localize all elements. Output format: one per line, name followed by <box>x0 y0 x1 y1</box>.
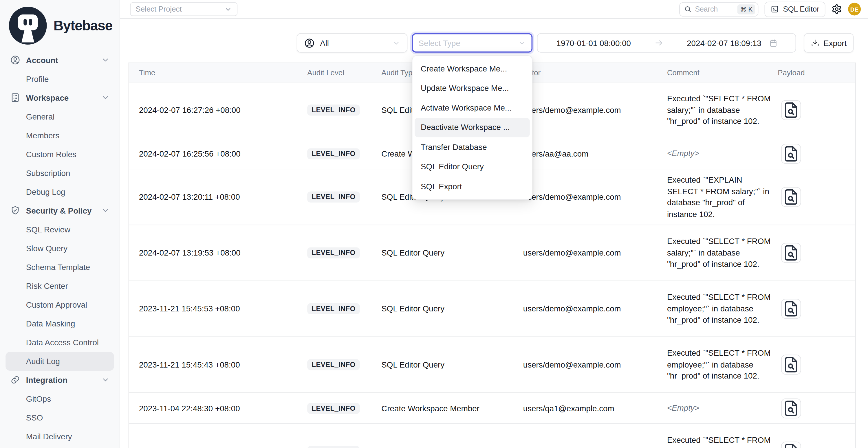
date-to-value[interactable]: 2024-02-07 18:09:13 <box>687 38 761 47</box>
date-range-picker[interactable]: 1970-01-01 08:00:00 2024-02-07 18:09:13 <box>537 33 796 53</box>
table-row: 2023-11-21 15:45:53 +08:00 LEVEL_INFO SQ… <box>129 281 855 337</box>
cell-comment: Executed `"SELECT * FROM department;"` i… <box>667 435 778 448</box>
main-area: Select Project Search ⌘ K SQL Editor DE <box>120 0 868 448</box>
dropdown-option-create-workspace-me[interactable]: Create Workspace Me... <box>414 59 530 78</box>
file-search-icon <box>782 244 801 262</box>
sidebar-item-profile[interactable]: Profile <box>5 69 114 88</box>
link-icon <box>10 375 20 385</box>
cell-audit-type: Create Workspace Member <box>381 404 523 413</box>
cell-actor: users/qa1@example.com <box>523 404 667 413</box>
sidebar-section-label: Workspace <box>26 93 96 102</box>
settings-gear-icon[interactable] <box>832 4 842 14</box>
sidebar-item-slow-query[interactable]: Slow Query <box>5 239 114 258</box>
dropdown-option-sql-editor-query[interactable]: SQL Editor Query <box>414 157 530 177</box>
sidebar-item-schema-template[interactable]: Schema Template <box>5 258 114 277</box>
search-input[interactable]: Search ⌘ K <box>680 2 758 17</box>
sidebar-section-archived[interactable]: Archived <box>5 446 114 448</box>
project-select[interactable]: Select Project <box>130 2 238 16</box>
cell-actor: users/demo@example.com <box>523 106 667 115</box>
cell-audit-level: LEVEL_INFO <box>307 359 381 370</box>
chevron-down-icon <box>518 39 526 47</box>
chevron-down-icon <box>393 39 400 47</box>
cell-time: 2024-02-07 13:20:11 +08:00 <box>139 192 307 201</box>
payload-view-button[interactable] <box>781 442 801 448</box>
user-avatar[interactable]: DE <box>848 3 861 15</box>
cell-payload <box>778 299 855 319</box>
sql-editor-label: SQL Editor <box>783 5 819 13</box>
dropdown-option-activate-workspace-me[interactable]: Activate Workspace Me... <box>414 98 530 118</box>
cell-audit-type: SQL Editor Query <box>381 248 523 257</box>
date-from-value[interactable]: 1970-01-01 08:00:00 <box>556 38 631 47</box>
export-label: Export <box>824 38 846 47</box>
column-header-comment: Comment <box>667 68 778 77</box>
brand-name: Bytebase <box>54 18 112 34</box>
cell-time: 2023-11-21 15:45:53 +08:00 <box>139 305 307 313</box>
cell-time: 2023-11-04 22:48:30 +08:00 <box>139 404 307 413</box>
chevron-down-icon <box>101 56 110 64</box>
user-circle-icon <box>304 37 315 48</box>
payload-view-button[interactable] <box>781 398 801 418</box>
cell-audit-level: LEVEL_INFO <box>307 104 381 116</box>
cell-time: 2024-02-07 16:25:56 +08:00 <box>139 149 307 158</box>
table-row: 2023-11-21 15:45:43 +08:00 LEVEL_INFO SQ… <box>129 337 855 393</box>
dropdown-option-deactivate-workspace[interactable]: Deactivate Workspace ... <box>414 118 530 137</box>
sidebar-item-gitops[interactable]: GitOps <box>5 389 114 408</box>
sidebar-section-account[interactable]: Account <box>5 51 114 69</box>
type-filter-select[interactable]: Select Type <box>412 33 533 53</box>
cell-audit-level: LEVEL_INFO <box>307 303 381 314</box>
calendar-icon <box>769 38 778 47</box>
search-placeholder: Search <box>695 5 734 13</box>
sidebar-item-data-masking[interactable]: Data Masking <box>5 314 114 333</box>
audit-level-badge: LEVEL_INFO <box>307 303 360 314</box>
actor-filter-select[interactable]: All <box>297 33 407 53</box>
payload-view-button[interactable] <box>781 100 801 120</box>
payload-view-button[interactable] <box>781 187 801 207</box>
cell-payload <box>778 398 855 418</box>
sidebar-item-data-access-control[interactable]: Data Access Control <box>5 333 114 352</box>
file-search-icon <box>782 442 801 448</box>
dropdown-option-sql-export[interactable]: SQL Export <box>414 177 530 196</box>
sidebar-item-risk-center[interactable]: Risk Center <box>5 277 114 295</box>
dropdown-option-update-workspace-me[interactable]: Update Workspace Me... <box>414 78 530 98</box>
payload-view-button[interactable] <box>781 355 801 375</box>
sidebar-item-sql-review[interactable]: SQL Review <box>5 220 114 239</box>
cell-comment: <Empty> <box>667 403 778 414</box>
cell-audit-level: LEVEL_INFO <box>307 148 381 159</box>
payload-view-button[interactable] <box>781 143 801 163</box>
sidebar-item-custom-approval[interactable]: Custom Approval <box>5 295 114 314</box>
cell-audit-level: LEVEL_INFO <box>307 446 381 448</box>
cell-actor: users/demo@example.com <box>523 192 667 201</box>
project-select-placeholder: Select Project <box>135 5 182 13</box>
sidebar-section-workspace[interactable]: Workspace <box>5 88 114 107</box>
sidebar-section-integration[interactable]: Integration <box>5 371 114 389</box>
actor-filter-value: All <box>320 38 388 47</box>
bytebase-logo[interactable]: Bytebase <box>0 0 120 50</box>
cell-comment: <Empty> <box>667 148 778 159</box>
sidebar-item-audit-log[interactable]: Audit Log <box>5 352 114 371</box>
sql-editor-button[interactable]: SQL Editor <box>765 1 825 17</box>
dropdown-option-transfer-database[interactable]: Transfer Database <box>414 137 530 157</box>
sidebar-section-security-policy[interactable]: Security & Policy <box>5 201 114 220</box>
audit-level-badge: LEVEL_INFO <box>307 446 360 448</box>
column-header-time: Time <box>139 68 307 77</box>
chevron-down-icon <box>101 376 110 384</box>
filter-bar: All Select Type 1970-01-01 08:00:00 2024… <box>126 33 862 53</box>
sidebar-item-general[interactable]: General <box>5 107 114 126</box>
user-circle-icon <box>10 55 20 65</box>
payload-view-button[interactable] <box>781 299 801 319</box>
export-button[interactable]: Export <box>804 33 854 53</box>
cell-audit-type: SQL Editor Query <box>381 305 523 313</box>
sidebar-item-mail-delivery[interactable]: Mail Delivery <box>5 427 114 446</box>
sidebar-item-sso[interactable]: SSO <box>5 408 114 427</box>
cell-payload <box>778 442 855 448</box>
payload-view-button[interactable] <box>781 243 801 263</box>
sidebar-item-members[interactable]: Members <box>5 126 114 145</box>
sidebar-item-custom-roles[interactable]: Custom Roles <box>5 145 114 163</box>
audit-level-badge: LEVEL_INFO <box>307 148 360 159</box>
cell-comment: Executed `"EXPLAIN SELECT * FROM salary;… <box>667 174 778 220</box>
sidebar-item-debug-log[interactable]: Debug Log <box>5 182 114 201</box>
shield-check-icon <box>10 205 20 216</box>
sidebar-item-subscription[interactable]: Subscription <box>5 163 114 182</box>
cell-audit-level: LEVEL_INFO <box>307 192 381 202</box>
cell-payload <box>778 355 855 375</box>
